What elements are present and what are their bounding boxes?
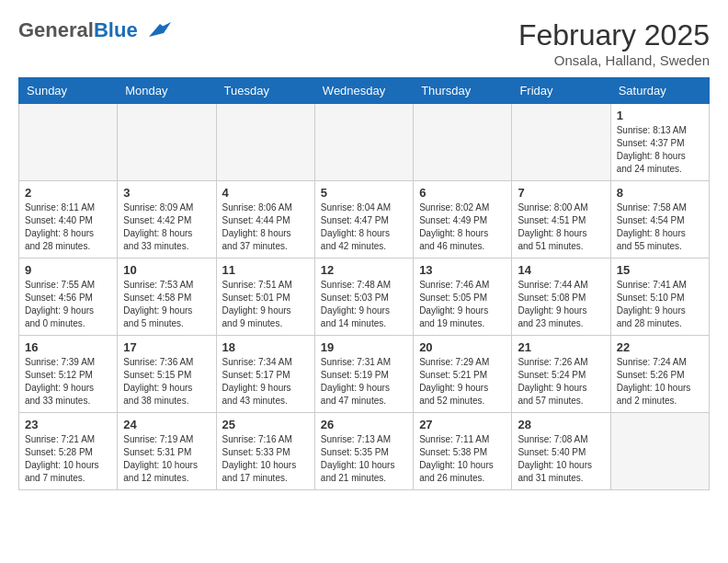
- day-info: Sunrise: 8:04 AM Sunset: 4:47 PM Dayligh…: [321, 201, 407, 253]
- day-number: 22: [617, 340, 703, 354]
- weekday-header: Sunday: [19, 78, 118, 104]
- weekday-header: Wednesday: [314, 78, 413, 104]
- day-number: 11: [222, 263, 309, 277]
- day-info: Sunrise: 8:02 AM Sunset: 4:49 PM Dayligh…: [419, 201, 506, 253]
- day-info: Sunrise: 7:34 AM Sunset: 5:17 PM Dayligh…: [222, 356, 309, 408]
- calendar-day-cell: [118, 104, 216, 181]
- day-info: Sunrise: 7:26 AM Sunset: 5:24 PM Dayligh…: [518, 356, 604, 408]
- day-info: Sunrise: 7:55 AM Sunset: 4:56 PM Dayligh…: [25, 279, 111, 330]
- day-number: 24: [123, 418, 210, 431]
- calendar-day-cell: 25Sunrise: 7:16 AM Sunset: 5:33 PM Dayli…: [216, 413, 314, 490]
- title-area: February 2025 Onsala, Halland, Sweden: [518, 18, 710, 68]
- day-number: 2: [25, 186, 111, 200]
- day-number: 19: [321, 340, 407, 354]
- calendar-day-cell: [216, 104, 314, 181]
- day-info: Sunrise: 7:31 AM Sunset: 5:19 PM Dayligh…: [321, 356, 407, 408]
- location-title: Onsala, Halland, Sweden: [518, 52, 710, 68]
- day-number: 8: [617, 186, 703, 200]
- calendar-day-cell: 4Sunrise: 8:06 AM Sunset: 4:44 PM Daylig…: [216, 181, 314, 259]
- calendar-day-cell: 9Sunrise: 7:55 AM Sunset: 4:56 PM Daylig…: [19, 259, 118, 336]
- day-info: Sunrise: 7:48 AM Sunset: 5:03 PM Dayligh…: [321, 279, 407, 330]
- calendar-day-cell: 15Sunrise: 7:41 AM Sunset: 5:10 PM Dayli…: [610, 259, 709, 336]
- calendar-day-cell: 17Sunrise: 7:36 AM Sunset: 5:15 PM Dayli…: [118, 336, 216, 413]
- calendar-day-cell: 20Sunrise: 7:29 AM Sunset: 5:21 PM Dayli…: [414, 336, 512, 413]
- calendar-day-cell: 27Sunrise: 7:11 AM Sunset: 5:38 PM Dayli…: [414, 413, 512, 490]
- calendar-day-cell: 16Sunrise: 7:39 AM Sunset: 5:12 PM Dayli…: [19, 336, 118, 413]
- calendar-day-cell: 10Sunrise: 7:53 AM Sunset: 4:58 PM Dayli…: [118, 259, 216, 336]
- day-number: 6: [419, 186, 506, 200]
- calendar-day-cell: 1Sunrise: 8:13 AM Sunset: 4:37 PM Daylig…: [610, 104, 709, 181]
- page-header: GeneralBlue February 2025 Onsala, Hallan…: [18, 18, 710, 68]
- day-number: 15: [617, 263, 703, 277]
- day-info: Sunrise: 8:09 AM Sunset: 4:42 PM Dayligh…: [123, 201, 210, 253]
- day-info: Sunrise: 7:29 AM Sunset: 5:21 PM Dayligh…: [419, 356, 506, 408]
- logo: GeneralBlue: [18, 18, 171, 42]
- calendar-day-cell: 19Sunrise: 7:31 AM Sunset: 5:19 PM Dayli…: [314, 336, 413, 413]
- day-info: Sunrise: 7:13 AM Sunset: 5:35 PM Dayligh…: [321, 433, 407, 485]
- day-number: 27: [419, 418, 506, 431]
- calendar-table: SundayMondayTuesdayWednesdayThursdayFrid…: [18, 77, 710, 490]
- day-number: 21: [518, 340, 604, 354]
- calendar-day-cell: [414, 104, 512, 181]
- day-number: 13: [419, 263, 506, 277]
- calendar-day-cell: 13Sunrise: 7:46 AM Sunset: 5:05 PM Dayli…: [414, 259, 512, 336]
- day-number: 9: [25, 263, 111, 277]
- day-info: Sunrise: 8:00 AM Sunset: 4:51 PM Dayligh…: [518, 201, 604, 253]
- weekday-header: Monday: [118, 78, 216, 104]
- logo-general: GeneralBlue: [18, 18, 138, 42]
- weekday-header: Saturday: [610, 78, 709, 104]
- day-number: 20: [419, 340, 506, 354]
- day-number: 28: [518, 418, 604, 431]
- logo-blue: Blue: [94, 18, 138, 41]
- day-info: Sunrise: 7:39 AM Sunset: 5:12 PM Dayligh…: [25, 356, 111, 408]
- month-title: February 2025: [518, 18, 710, 52]
- calendar-week-row: 23Sunrise: 7:21 AM Sunset: 5:28 PM Dayli…: [19, 413, 710, 490]
- day-number: 3: [123, 186, 210, 200]
- calendar-day-cell: 28Sunrise: 7:08 AM Sunset: 5:40 PM Dayli…: [512, 413, 610, 490]
- day-number: 16: [25, 340, 111, 354]
- day-number: 18: [222, 340, 309, 354]
- day-info: Sunrise: 7:24 AM Sunset: 5:26 PM Dayligh…: [617, 356, 703, 408]
- day-number: 4: [222, 186, 309, 200]
- day-info: Sunrise: 7:44 AM Sunset: 5:08 PM Dayligh…: [518, 279, 604, 330]
- calendar-day-cell: 14Sunrise: 7:44 AM Sunset: 5:08 PM Dayli…: [512, 259, 610, 336]
- day-info: Sunrise: 7:51 AM Sunset: 5:01 PM Dayligh…: [222, 279, 309, 330]
- day-info: Sunrise: 7:16 AM Sunset: 5:33 PM Dayligh…: [222, 433, 309, 485]
- day-info: Sunrise: 8:13 AM Sunset: 4:37 PM Dayligh…: [617, 124, 703, 176]
- calendar-day-cell: 5Sunrise: 8:04 AM Sunset: 4:47 PM Daylig…: [314, 181, 413, 259]
- day-info: Sunrise: 8:11 AM Sunset: 4:40 PM Dayligh…: [25, 201, 111, 253]
- day-number: 17: [123, 340, 210, 354]
- calendar-day-cell: 11Sunrise: 7:51 AM Sunset: 5:01 PM Dayli…: [216, 259, 314, 336]
- svg-marker-0: [149, 22, 171, 37]
- calendar-day-cell: 8Sunrise: 7:58 AM Sunset: 4:54 PM Daylig…: [610, 181, 709, 259]
- calendar-day-cell: [610, 413, 709, 490]
- day-info: Sunrise: 7:36 AM Sunset: 5:15 PM Dayligh…: [123, 356, 210, 408]
- calendar-day-cell: 22Sunrise: 7:24 AM Sunset: 5:26 PM Dayli…: [610, 336, 709, 413]
- day-number: 26: [321, 418, 407, 431]
- day-number: 1: [617, 109, 703, 122]
- calendar-day-cell: 26Sunrise: 7:13 AM Sunset: 5:35 PM Dayli…: [314, 413, 413, 490]
- weekday-header: Friday: [512, 78, 610, 104]
- calendar-week-row: 2Sunrise: 8:11 AM Sunset: 4:40 PM Daylig…: [19, 181, 710, 259]
- calendar-day-cell: 7Sunrise: 8:00 AM Sunset: 4:51 PM Daylig…: [512, 181, 610, 259]
- calendar-day-cell: 6Sunrise: 8:02 AM Sunset: 4:49 PM Daylig…: [414, 181, 512, 259]
- calendar-day-cell: 23Sunrise: 7:21 AM Sunset: 5:28 PM Dayli…: [19, 413, 118, 490]
- day-info: Sunrise: 7:53 AM Sunset: 4:58 PM Dayligh…: [123, 279, 210, 330]
- day-number: 14: [518, 263, 604, 277]
- calendar-day-cell: 24Sunrise: 7:19 AM Sunset: 5:31 PM Dayli…: [118, 413, 216, 490]
- calendar-day-cell: 18Sunrise: 7:34 AM Sunset: 5:17 PM Dayli…: [216, 336, 314, 413]
- day-number: 10: [123, 263, 210, 277]
- logo-bird-icon: [142, 20, 171, 40]
- calendar-day-cell: [512, 104, 610, 181]
- day-number: 25: [222, 418, 309, 431]
- day-info: Sunrise: 7:21 AM Sunset: 5:28 PM Dayligh…: [25, 433, 111, 485]
- calendar-day-cell: 2Sunrise: 8:11 AM Sunset: 4:40 PM Daylig…: [19, 181, 118, 259]
- calendar-week-row: 9Sunrise: 7:55 AM Sunset: 4:56 PM Daylig…: [19, 259, 710, 336]
- day-info: Sunrise: 7:11 AM Sunset: 5:38 PM Dayligh…: [419, 433, 506, 485]
- calendar-week-row: 1Sunrise: 8:13 AM Sunset: 4:37 PM Daylig…: [19, 104, 710, 181]
- calendar-day-cell: [19, 104, 118, 181]
- day-number: 7: [518, 186, 604, 200]
- day-info: Sunrise: 7:46 AM Sunset: 5:05 PM Dayligh…: [419, 279, 506, 330]
- day-info: Sunrise: 8:06 AM Sunset: 4:44 PM Dayligh…: [222, 201, 309, 253]
- day-number: 12: [321, 263, 407, 277]
